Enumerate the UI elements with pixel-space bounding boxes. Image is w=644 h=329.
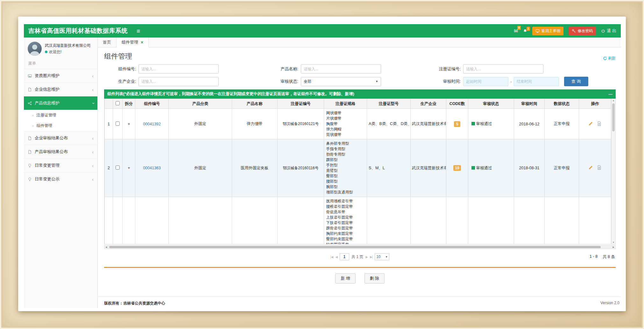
component-table-wrap: 拆分 组件编号 产品分类 产品名称 注册证编号 注册证规格 注册证型号 生产企业 (104, 99, 616, 244)
sidebar-subitem-component-management[interactable]: ○ 组件管理 (24, 121, 97, 131)
tab-home[interactable]: 首页 (98, 38, 117, 47)
content: 组件管理 刷新 组件编号: (98, 47, 621, 285)
scroll-right-icon[interactable]: ▶ (613, 245, 614, 249)
pagination: |◀ ◀ 共 1 页 ▶ ▶| 10 ▼ 1 - 8 (104, 252, 616, 262)
list-panel-header: 组件列表(*必须进入组件详情页才可送审，到期换证不变的统一在注册证到期或变更中的… (104, 89, 616, 99)
scroll-up-icon[interactable]: ▲ (612, 99, 615, 102)
document-icon[interactable] (597, 165, 602, 170)
audit-time-end-input[interactable] (514, 77, 559, 86)
select-all-checkbox[interactable] (116, 101, 120, 105)
file-icon (28, 88, 32, 92)
audit-status-select[interactable]: 全部 ▼ (301, 77, 381, 86)
edit-pencil-icon[interactable] (588, 165, 593, 170)
chevron-left-icon: ‹ (92, 136, 94, 141)
first-page-button[interactable]: |◀ (330, 255, 333, 259)
audit-time-start-input[interactable] (463, 77, 508, 86)
prev-page-button[interactable]: ◀ (335, 255, 337, 259)
record-range-text: 1 - 8 (590, 254, 598, 260)
copyright-text: 版权所有：吉林省公共资源交易中心 (104, 301, 165, 306)
chevron-left-icon: ‹ (92, 87, 94, 92)
next-page-button[interactable]: ▶ (365, 255, 368, 259)
scroll-down-icon[interactable]: ▼ (612, 241, 615, 243)
sidebar-item-product-info[interactable]: 产品信息维护 ‹ (24, 96, 97, 110)
record-total-text: 共 8 条 (603, 254, 615, 260)
table-row: 2 + 00041363 外固定 医用外固定夹板 鄂汉械备20160116号 鼻… (105, 139, 611, 197)
tab-component-management[interactable]: 组件管理 × (117, 38, 149, 47)
query-button[interactable]: 查 询 (564, 77, 588, 86)
status-square-icon (471, 166, 475, 170)
delete-button[interactable]: 删 除 (364, 273, 385, 284)
component-no-link[interactable]: 00041392 (143, 122, 161, 126)
product-info-submenu: ○ 注册证管理 ○ 组件管理 (24, 110, 97, 131)
vertical-scrollbar[interactable]: ▲ ▼ (611, 99, 615, 244)
list-panel-title: 组件列表(*必须进入组件详情页才可送审，到期换证不变的统一在注册证到期或变更中的… (107, 91, 354, 97)
producer-label: 生产企业: (104, 79, 136, 84)
menu-section-label: 菜单 (24, 59, 97, 69)
document-icon[interactable] (597, 121, 602, 126)
app-root: 吉林省高值医用耗材基础数据库系统 ≡ ✉ 8 1 返回主界面 (24, 24, 621, 308)
component-no-link[interactable]: 00041363 (143, 166, 161, 170)
notifications-button[interactable]: 1 (523, 29, 527, 33)
vertical-scroll-thumb[interactable] (612, 103, 615, 131)
file-icon (28, 150, 32, 154)
sidebar-item-company-info[interactable]: 企业信息维护 ‹ (24, 82, 97, 96)
select-all-header (113, 99, 123, 109)
return-home-button[interactable]: 返回主界面 (532, 27, 563, 35)
sidebar-subitem-cert-management[interactable]: ○ 注册证管理 (24, 110, 97, 121)
image-icon (28, 74, 32, 78)
action-buttons: 新 增 删 除 (104, 273, 616, 284)
change-password-button[interactable]: 修改密码 (569, 27, 596, 35)
refresh-link[interactable]: 刷新 (603, 56, 616, 61)
collapse-icon[interactable]: — (609, 92, 613, 96)
scroll-left-icon[interactable]: ◀ (105, 245, 107, 249)
sidebar: 武汉克瑞普新技术有限公司 欢迎您! 菜单 (24, 38, 98, 308)
page-title: 组件管理 (104, 52, 132, 61)
circle-bullet-icon: ○ (32, 124, 34, 128)
sidebar-item-qualification-images[interactable]: 资质图片维护 ‹ (24, 69, 97, 82)
sidebar-item-product-audit-results[interactable]: 产品审核结果公布 ‹ (24, 145, 97, 158)
edit-pencil-icon[interactable] (588, 121, 593, 126)
sidebar-item-daily-change-publicity[interactable]: 日常变更公示 ‹ (24, 172, 97, 186)
bell-badge: 1 (527, 27, 530, 31)
hamburger-menu-icon[interactable]: ≡ (137, 28, 140, 34)
chevron-down-icon: ‹ (90, 102, 95, 104)
avatar (28, 42, 42, 56)
main-area: 首页 组件管理 × 组件管理 刷新 (98, 38, 621, 308)
code-count-badge: 5 (454, 121, 460, 127)
component-no-input[interactable] (138, 64, 219, 74)
page-size-select[interactable]: 10 ▼ (375, 253, 389, 260)
row-checkbox[interactable] (116, 122, 120, 126)
sidebar-menu: 资质图片维护 ‹ 企业信息维护 ‹ (24, 69, 97, 186)
chevron-left-icon: ‹ (92, 74, 94, 78)
browser-page: 吉林省高值医用耗材基础数据库系统 ≡ ✉ 8 1 返回主界面 (18, 17, 626, 311)
producer-input[interactable] (138, 77, 219, 86)
sidebar-item-daily-change-management[interactable]: 日常变更管理 ‹ (24, 158, 97, 172)
horizontal-scroll-thumb[interactable] (109, 246, 601, 248)
sidebar-item-company-audit-results[interactable]: 企业审核结果公布 ‹ (24, 131, 97, 145)
user-profile: 武汉克瑞普新技术有限公司 欢迎您! (24, 38, 97, 59)
page-number-input[interactable] (340, 253, 349, 260)
table-header-row: 拆分 组件编号 产品分类 产品名称 注册证编号 注册证规格 注册证型号 生产企业 (105, 99, 611, 109)
expand-row-button[interactable]: + (128, 122, 130, 126)
monitor-icon (535, 29, 540, 33)
close-icon[interactable]: × (141, 40, 143, 45)
app-title: 吉林省高值医用耗材基础数据库系统 (28, 27, 128, 35)
online-dot-icon (45, 51, 47, 53)
chevron-left-icon: ‹ (92, 150, 94, 154)
photo-frame: 吉林省高值医用耗材基础数据库系统 ≡ ✉ 8 1 返回主界面 (0, 0, 644, 329)
product-name-input[interactable] (301, 64, 381, 74)
cert-no-input[interactable] (463, 64, 543, 74)
chevron-down-icon: ▼ (385, 256, 388, 258)
audit-status-text: 审核通过 (476, 122, 492, 126)
last-page-button[interactable]: ▶| (370, 255, 372, 259)
table-row: 医用颈椎牵引带 腰椎牵引固定带 骨盆悬吊带 上肢牵引固定带 下肢牵引固定带 踝骨… (105, 197, 611, 245)
row-checkbox[interactable] (116, 165, 120, 170)
horizontal-scrollbar[interactable]: ◀ ▶ (104, 245, 616, 249)
code-count-badge: 10 (453, 165, 461, 171)
bulb-icon (28, 177, 32, 181)
logout-button[interactable]: 退 出 (601, 28, 616, 34)
chevron-left-icon: ‹ (92, 177, 94, 182)
mail-button[interactable]: ✉ 8 (514, 28, 518, 34)
expand-row-button[interactable]: + (128, 166, 130, 170)
add-button[interactable]: 新 增 (335, 273, 356, 284)
